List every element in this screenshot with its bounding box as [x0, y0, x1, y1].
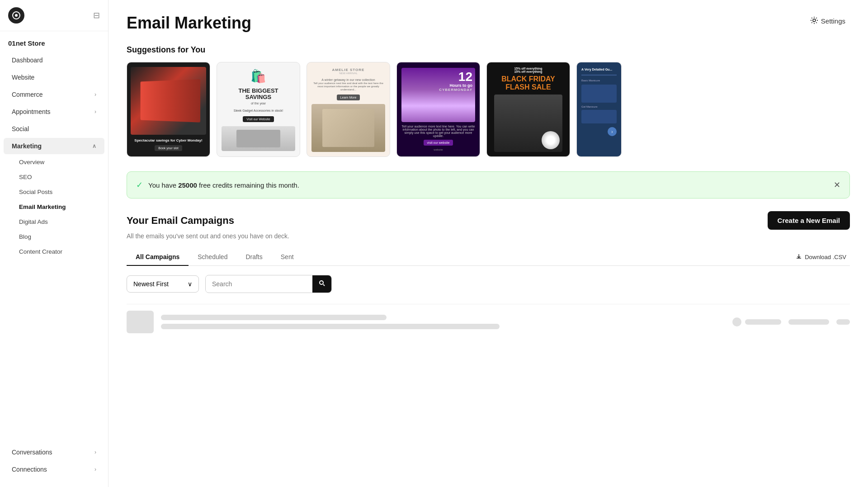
template-card-2[interactable]: 🛍️ THE BIGGESTSAVINGS of the year Sleek … [217, 62, 300, 157]
chevron-up-icon: ∧ [92, 143, 96, 149]
chevron-down-icon: › [94, 91, 96, 98]
tab-all-campaigns[interactable]: All Campaigns [127, 249, 189, 266]
sidebar-item-appointments[interactable]: Appointments › [4, 104, 104, 120]
page-header: Email Marketing Settings [127, 14, 850, 33]
campaigns-tabs: All Campaigns Scheduled Drafts Sent Down… [127, 249, 850, 266]
loading-bar [745, 319, 781, 325]
tab-scheduled[interactable]: Scheduled [189, 249, 236, 266]
campaigns-section: Your Email Campaigns Create a New Email … [127, 211, 850, 340]
sidebar-item-commerce[interactable]: Commerce › [4, 86, 104, 103]
template-card-1[interactable]: Spectacular savings for Cyber Monday! Bo… [127, 62, 210, 157]
suggestions-title: Suggestions for You [127, 45, 850, 55]
create-new-email-button[interactable]: Create a New Email [768, 211, 850, 230]
chevron-down-icon: › [94, 109, 96, 115]
store-name: 01net Store [0, 31, 108, 52]
loading-circle [732, 317, 741, 326]
tab-sent[interactable]: Sent [272, 249, 303, 266]
sidebar-item-content-creator[interactable]: Content Creator [4, 245, 104, 259]
template-card-4[interactable]: 12 Hours to go CYBERMONDAY Tell your aud… [396, 62, 480, 157]
sidebar: ⊟ 01net Store Dashboard Website Commerce… [0, 0, 108, 487]
suggestions-section: Suggestions for You Spectacular savings … [127, 45, 850, 159]
sidebar-item-social-posts[interactable]: Social Posts [4, 185, 104, 199]
sidebar-item-overview[interactable]: Overview [4, 155, 104, 169]
gear-icon [810, 16, 818, 26]
template-card-5[interactable]: 15% off everything15% off everything BLA… [486, 62, 570, 157]
loading-bar [161, 324, 500, 329]
campaigns-title: Your Email Campaigns [127, 215, 234, 227]
main-content: Email Marketing Settings Suggestions for… [108, 0, 868, 487]
logo-icon [8, 7, 24, 24]
search-row [205, 275, 332, 293]
loading-bar [788, 319, 829, 325]
filter-row: Newest First ∨ [127, 275, 850, 293]
sidebar-item-conversations[interactable]: Conversations › [4, 444, 104, 460]
check-icon: ✓ [136, 180, 143, 190]
svg-point-1 [15, 14, 18, 17]
chevron-down-icon: ∨ [188, 280, 192, 288]
chevron-down-icon: › [94, 466, 96, 473]
svg-point-2 [813, 19, 816, 22]
sidebar-header: ⊟ [0, 0, 108, 31]
alert-close-button[interactable]: ✕ [834, 180, 840, 190]
download-csv-button[interactable]: Download .CSV [792, 251, 850, 263]
settings-button[interactable]: Settings [806, 14, 850, 28]
sort-select[interactable]: Newest First ∨ [127, 275, 199, 293]
loading-bar [836, 319, 850, 325]
collapse-sidebar-button[interactable]: ⊟ [93, 10, 100, 20]
sidebar-item-marketing[interactable]: Marketing ∧ [4, 138, 104, 154]
loading-bar [161, 315, 387, 320]
template-card-3[interactable]: Amelie Store NEW ARRIVAL A winter getawa… [307, 62, 390, 157]
loading-row-1 [127, 304, 850, 340]
sidebar-item-connections[interactable]: Connections › [4, 461, 104, 478]
search-button[interactable] [312, 275, 331, 293]
alert-banner: ✓ You have 25000 free credits remaining … [127, 171, 850, 199]
sidebar-item-blog[interactable]: Blog [4, 230, 104, 244]
download-icon [796, 253, 802, 261]
svg-point-3 [320, 281, 323, 284]
loading-thumbnail [127, 311, 154, 333]
sidebar-item-digital-ads[interactable]: Digital Ads [4, 215, 104, 229]
sidebar-item-social[interactable]: Social [4, 121, 104, 137]
chevron-down-icon: › [94, 449, 96, 455]
campaigns-subtitle: All the emails you've sent out and ones … [127, 232, 850, 240]
templates-row: Spectacular savings for Cyber Monday! Bo… [127, 62, 850, 159]
sidebar-item-seo[interactable]: SEO [4, 170, 104, 184]
campaigns-title-block: Your Email Campaigns [127, 215, 234, 227]
page-title: Email Marketing [127, 14, 251, 33]
sidebar-item-dashboard[interactable]: Dashboard [4, 52, 104, 68]
campaigns-header: Your Email Campaigns Create a New Email [127, 211, 850, 230]
template-card-6[interactable]: A Very Detailed Gu... Basic Manicure Gel… [576, 62, 622, 157]
sidebar-item-email-marketing[interactable]: Email Marketing [4, 200, 104, 214]
search-input[interactable] [206, 276, 312, 292]
tab-drafts[interactable]: Drafts [236, 249, 271, 266]
sidebar-item-website[interactable]: Website [4, 69, 104, 85]
alert-content: ✓ You have 25000 free credits remaining … [136, 180, 299, 190]
search-icon [319, 280, 325, 288]
